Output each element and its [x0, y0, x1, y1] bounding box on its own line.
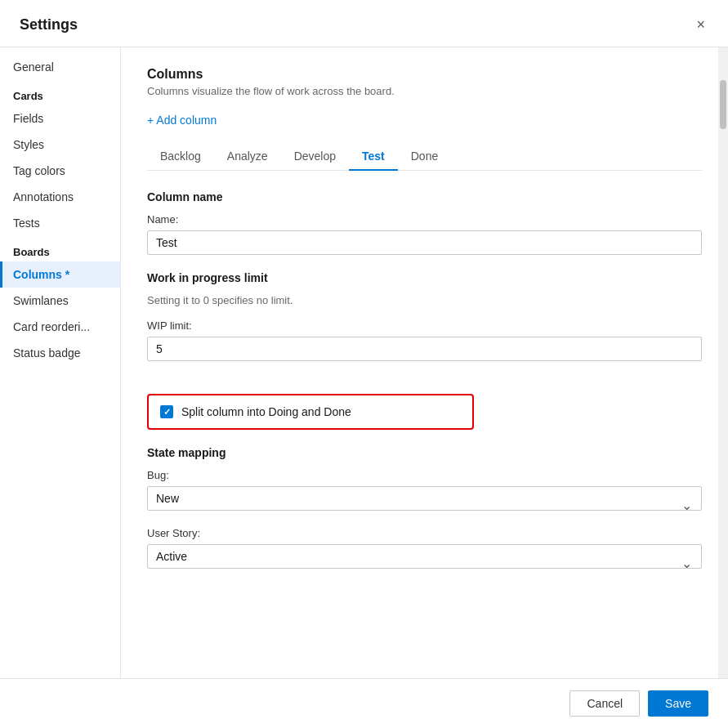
main-content: Columns Columns visualize the flow of wo… — [121, 47, 728, 678]
close-button[interactable]: × — [690, 13, 712, 37]
split-column-row[interactable]: ✓ Split column into Doing and Done — [147, 394, 474, 430]
sidebar: General Cards Fields Styles Tag colors A… — [0, 47, 121, 678]
sidebar-section-boards: Boards — [0, 236, 120, 261]
sidebar-item-tests[interactable]: Tests — [0, 210, 120, 236]
columns-section-title: Columns — [147, 67, 702, 82]
dialog-title: Settings — [20, 16, 78, 33]
column-name-section-title: Column name — [147, 190, 702, 203]
sidebar-item-columns[interactable]: Columns * — [0, 261, 120, 288]
tab-develop[interactable]: Develop — [281, 143, 349, 171]
state-mapping-section-title: State mapping — [147, 446, 702, 459]
dialog-header: Settings × — [0, 0, 728, 47]
user-story-select[interactable]: New Active Resolved Closed — [147, 544, 702, 569]
bug-field-label: Bug: — [147, 469, 702, 481]
checkmark-icon: ✓ — [163, 407, 171, 418]
wip-section: Work in progress limit Setting it to 0 s… — [147, 271, 702, 377]
user-story-select-wrapper: New Active Resolved Closed — [147, 544, 702, 582]
settings-dialog: Settings × General Cards Fields Styles T… — [0, 0, 728, 728]
add-column-button[interactable]: + Add column — [147, 110, 217, 130]
name-field-label: Name: — [147, 213, 702, 226]
sidebar-item-fields[interactable]: Fields — [0, 105, 120, 132]
column-name-input[interactable] — [147, 230, 702, 255]
wip-field-label: WIP limit: — [147, 319, 702, 332]
save-button[interactable]: Save — [648, 690, 708, 717]
tab-done[interactable]: Done — [398, 143, 451, 171]
columns-section-desc: Columns visualize the flow of work acros… — [147, 85, 702, 97]
scrollbar-track[interactable] — [718, 47, 728, 678]
bug-select[interactable]: New Active Resolved Closed — [147, 486, 702, 511]
split-column-checkbox[interactable]: ✓ — [160, 405, 173, 418]
sidebar-section-cards: Cards — [0, 80, 120, 105]
split-column-label[interactable]: Split column into Doing and Done — [181, 405, 351, 418]
scrollbar-thumb[interactable] — [720, 80, 726, 129]
wip-section-desc: Setting it to 0 specifies no limit. — [147, 294, 702, 306]
column-tabs: Backlog Analyze Develop Test Done — [147, 143, 702, 171]
user-story-field-label: User Story: — [147, 527, 702, 539]
sidebar-item-annotations[interactable]: Annotations — [0, 184, 120, 210]
sidebar-item-styles[interactable]: Styles — [0, 132, 120, 158]
tab-backlog[interactable]: Backlog — [147, 143, 214, 171]
sidebar-item-general[interactable]: General — [0, 54, 120, 80]
wip-input[interactable] — [147, 337, 702, 361]
wip-section-title: Work in progress limit — [147, 271, 702, 284]
tab-analyze[interactable]: Analyze — [214, 143, 281, 171]
bug-select-wrapper: New Active Resolved Closed — [147, 486, 702, 524]
sidebar-item-tag-colors[interactable]: Tag colors — [0, 158, 120, 184]
sidebar-item-swimlanes[interactable]: Swimlanes — [0, 288, 120, 314]
dialog-body: General Cards Fields Styles Tag colors A… — [0, 47, 728, 678]
dialog-footer: Cancel Save — [0, 678, 728, 728]
sidebar-item-status-badge[interactable]: Status badge — [0, 340, 120, 366]
cancel-button[interactable]: Cancel — [569, 690, 640, 717]
tab-test[interactable]: Test — [349, 143, 398, 171]
sidebar-item-card-reordering[interactable]: Card reorderi... — [0, 314, 120, 340]
